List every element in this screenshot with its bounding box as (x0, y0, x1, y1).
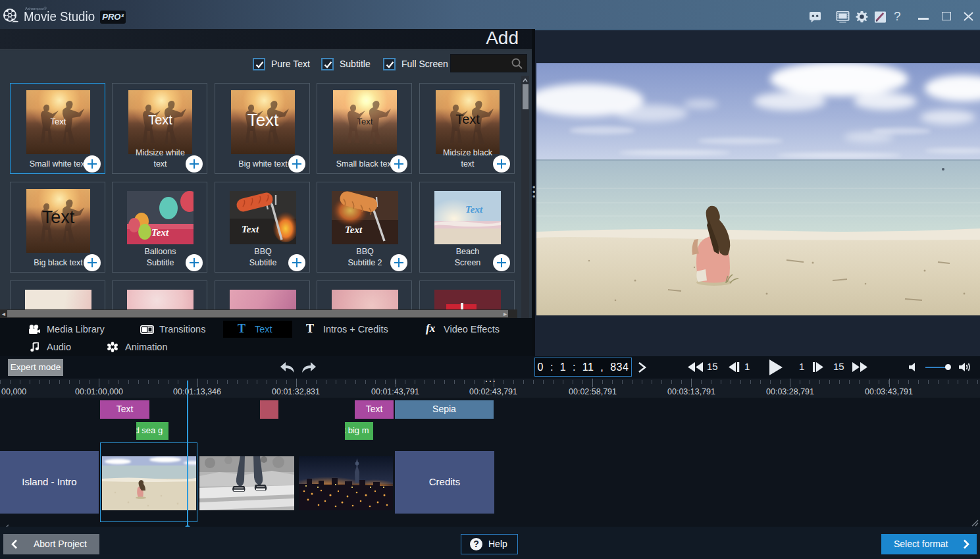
svg-text:Text: Text (242, 224, 259, 234)
svg-text:Text: Text (345, 225, 363, 235)
svg-text:Text: Text (465, 204, 483, 215)
svg-text:Text: Text (151, 227, 169, 238)
